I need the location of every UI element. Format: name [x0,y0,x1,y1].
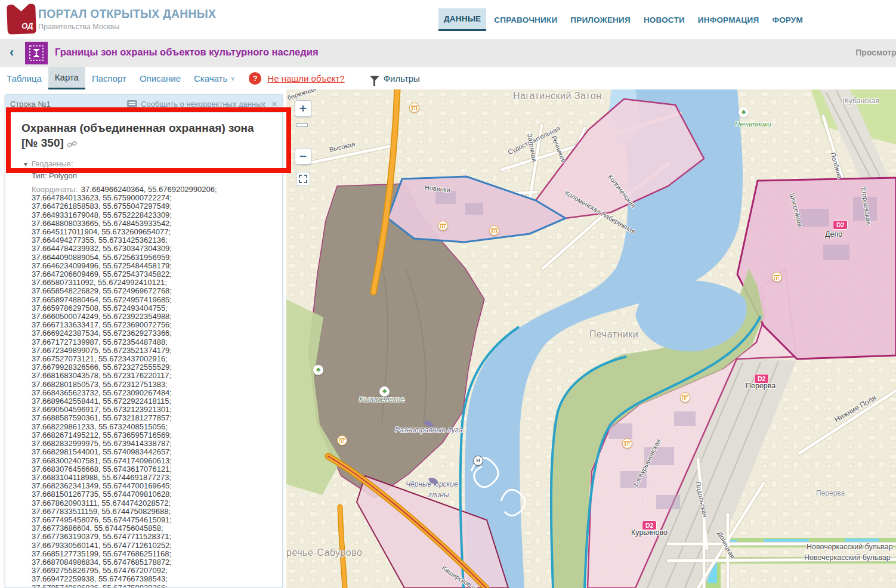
museum-icon [337,435,347,445]
portal-logo[interactable]: ОД [7,4,36,35]
main-nav: ДАННЫЕСПРАВОЧНИКИПРИЛОЖЕНИЯНОВОСТИИНФОРМ… [438,8,811,31]
station-badge-d2: D2 [754,374,769,383]
nav-item-новости[interactable]: НОВОСТИ [638,8,690,31]
coordinate-line: 37.6677833511159, 55.6744750829688; [32,507,276,516]
coordinate-line: 37.6677495458076, 55.6744754615091; [32,516,276,524]
coordinate-line: 37.6671727139987, 55.672354487488; [32,338,276,346]
coordinate-line: 37.6658548226829, 55.6724969672768; [32,287,276,295]
coordinates-label: Координаты: [32,185,78,194]
tab-описание[interactable]: Описание [133,67,187,89]
tabs-row: ТаблицаКартаПаспортОписаниеСкачать∨ ? Не… [0,67,896,89]
museum-icon [680,392,690,403]
leaf-icon [428,476,438,486]
tab-скачать[interactable]: Скачать∨ [187,67,242,89]
geodata-toggle[interactable]: ▼Геоданные: [23,159,73,168]
coordinate-line: 37.6647206609469, 55.6725437345822; [32,270,276,278]
coordinate-line: 37.6648808033665, 55.6748453933542; [32,219,276,228]
museum-icon [489,225,499,236]
coordinate-line: 37.6679330560141, 55.6747712610252; [32,541,276,550]
coordinate-line: 37.6685127735199, 55.6747686251168; [32,550,276,558]
nav-item-приложения[interactable]: ПРИЛОЖЕНИЯ [565,8,636,31]
not-found-link[interactable]: Не нашли объект? [267,73,344,83]
coordinate-line: 37.6690504596917, 55.6732123921301; [32,406,276,414]
tree-icon [379,386,390,397]
chevron-down-icon: ∨ [230,75,235,82]
helipad-icon [473,456,483,466]
coordinates-block: Координаты:37.664966240364, 55.676920299… [32,185,276,587]
portal-title: ПОРТАЛ ОТКРЫТЫХ ДАННЫХ [38,7,216,21]
link-icon[interactable] [67,137,77,152]
map-canvas [286,89,896,588]
coordinate-line: 37.6682671495212, 55.6736595716569; [32,431,276,440]
coordinate-line: 37.6681501267735, 55.6744709810628; [32,490,276,499]
report-link[interactable]: Сообщить о некорректных данных [141,100,265,109]
filters-label: Фильтры [384,73,420,83]
nav-item-информация[interactable]: ИНФОРМАЦИЯ [693,8,765,31]
map-viewport[interactable]: бережнаяНагатинский Затон(КубанскаяВысок… [286,89,896,588]
coordinate-line: 37.6682801850573, 55.672312751383; [32,380,276,389]
tab-паспорт[interactable]: Паспорт [85,67,133,89]
museum-icon [438,221,448,231]
coordinate-line: 37.6677363190379, 55.6747711528371; [32,533,276,541]
coordinate-line: 37.6660500074249, 55.6723922354988; [32,312,276,321]
back-button[interactable]: ‹ [10,45,14,60]
coordinate-line: 37.6688587590361, 55.6732181277857; [32,414,276,422]
row-title: Строка №1 [10,100,51,109]
tree-icon [313,365,323,375]
nav-item-данные[interactable]: ДАННЫЕ [438,8,486,31]
tab-таблица[interactable]: Таблица [0,67,48,89]
coordinate-line: 37.6682832999975, 55.6739414338787; [32,440,276,448]
coordinate-line: 37.6658974880464, 55.6724957419685; [32,296,276,304]
station-badge-d2: D2 [642,521,657,530]
app-header: ОД ПОРТАЛ ОТКРЫТЫХ ДАННЫХ Правительства … [0,0,896,39]
report-icon [127,100,137,107]
station-badge-d2: D2 [833,220,848,230]
coordinate-line: 37.6682362341349, 55.6744700169645; [32,482,276,490]
coordinate-line: 37.6646234099496, 55.6725484458179; [32,262,276,270]
coordinate-line: 37.6692755826795, 55.674767207092; [32,567,276,575]
coordinate-line: 37.6669242387534, 55.6723629273366; [32,329,276,338]
coordinate-line: 37.6647840133623, 55.6759000722274; [32,194,276,202]
object-title-text: Охранная (объединенная охранная) зона [№… [21,122,254,149]
fullscreen-button[interactable] [296,172,310,186]
coordinate-line: 37.6705749606836, 55.674759830266; [32,584,276,587]
coordinate-line: 37.6672349899075, 55.6723521374179; [32,346,276,355]
museum-icon [772,272,782,282]
coordinate-line: 37.6679928326566, 55.6723272555529; [32,363,276,372]
coordinate-line: 37.6659786297508, 55.672493404755; [32,304,276,312]
help-badge[interactable]: ? [249,72,261,85]
coordinate-line: 37.6647261858583, 55.6755047297549; [32,202,276,211]
coordinate-line: 37.6682981544001, 55.6740983442657; [32,448,276,456]
coordinate-line: 37.6678620903111, 55.6744742028572; [32,499,276,507]
row-panel: Строка №1 Сообщить о некорректных данных… [5,94,283,588]
coordinate-line: 37.6684365623732, 55.6723090267484; [32,389,276,397]
close-icon[interactable]: × [271,99,277,109]
portal-subtitle: Правительства Москвы [38,23,119,31]
dataset-icon-glyph [28,45,45,61]
filters-button[interactable]: Фильтры [370,73,420,83]
geometry-type: Тип: Polygon [32,171,77,180]
row-panel-header: Строка №1 Сообщить о некорректных данных… [5,95,282,113]
coordinate-line: 37.668229861233, 55.6732408515056; [32,423,276,431]
tabs: ТаблицаКартаПаспортОписаниеСкачать∨ [0,67,242,89]
coordinate-line: 37.6645117011904, 55.6732609654077; [32,228,276,236]
coordinate-line: 37.665807311092, 55.6724992410121; [32,278,276,287]
tree-icon [739,107,749,117]
breadcrumb: ‹ Границы зон охраны объектов культурног… [0,39,896,67]
nav-item-справочники[interactable]: СПРАВОЧНИКИ [489,8,563,31]
nav-item-форум[interactable]: ФОРУМ [767,8,808,31]
collapse-triangle-icon: ▼ [23,161,29,168]
coordinate-line: 37.664966240364, 55.6769202990206; [81,185,217,194]
museum-icon [409,103,419,113]
content: бережнаяНагатинский Затон(КубанскаяВысок… [0,89,896,588]
coordinate-line: 37.6683002407581, 55.6741740960613; [32,457,276,465]
filter-icon [370,76,379,81]
zoom-out-button[interactable]: − [295,148,311,165]
zoom-in-button[interactable]: + [295,100,311,117]
page: ОД ПОРТАЛ ОТКРЫТЫХ ДАННЫХ Правительства … [0,0,896,588]
zoom-scale-marker[interactable] [296,123,308,127]
views-counter: Просмотров [855,48,896,57]
coordinates-list: 37.6647840133623, 55.6759000722274;37.66… [32,194,276,587]
coordinate-line: 37.6644784239932, 55.6730347304309; [32,245,276,253]
tab-карта[interactable]: Карта [48,67,85,89]
